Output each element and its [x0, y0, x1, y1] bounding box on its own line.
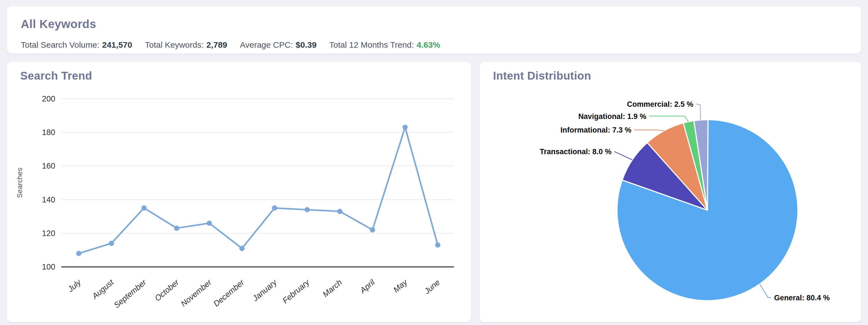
pie-label-informational: Informational: 7.3 % — [560, 126, 631, 134]
pie-leader-commercial — [696, 104, 701, 120]
data-point-november[interactable] — [207, 220, 212, 226]
stat-label: Total 12 Months Trend: — [329, 40, 414, 50]
data-point-october[interactable] — [174, 226, 179, 231]
y-axis-title: Searches — [16, 168, 24, 198]
data-point-january[interactable] — [272, 205, 277, 211]
stat-12-months-trend: Total 12 Months Trend: 4.63% — [329, 40, 440, 50]
stat-average-cpc: Average CPC: $0.39 — [240, 40, 316, 50]
data-point-march[interactable] — [337, 209, 343, 214]
x-tick-label: September — [112, 277, 148, 310]
data-point-february[interactable] — [305, 207, 310, 212]
search-trend-card: Search Trend 100120140160180200SearchesJ… — [7, 62, 471, 322]
x-tick-label: December — [212, 277, 246, 308]
y-tick-label: 140 — [42, 195, 55, 204]
data-point-september[interactable] — [141, 205, 147, 211]
stat-total-keywords: Total Keywords: 2,789 — [145, 40, 227, 50]
stat-value: $0.39 — [296, 40, 316, 50]
data-point-may[interactable] — [402, 124, 408, 130]
data-point-july[interactable] — [76, 251, 82, 256]
x-tick-label: February — [281, 277, 311, 305]
y-tick-label: 180 — [42, 128, 55, 137]
page-title: All Keywords — [21, 18, 96, 31]
intent-pie-chart[interactable]: General: 80.4 %Transactional: 8.0 %Infor… — [480, 62, 861, 322]
trend-line — [79, 127, 438, 254]
intent-distribution-card: Intent Distribution General: 80.4 %Trans… — [479, 62, 861, 322]
x-tick-label: August — [90, 277, 116, 301]
pie-leader-general — [760, 284, 771, 298]
pie-label-general: General: 80.4 % — [774, 294, 830, 302]
x-tick-label: January — [251, 277, 279, 303]
x-tick-label: July — [66, 277, 83, 294]
y-tick-label: 200 — [42, 94, 55, 103]
x-tick-label: March — [321, 277, 344, 299]
stat-trend-value: 4.63% — [416, 40, 440, 50]
x-tick-label: May — [392, 277, 409, 294]
stat-label: Total Keywords: — [145, 40, 204, 50]
stat-label: Total Search Volume: — [21, 40, 99, 50]
pie-leader-informational — [634, 130, 664, 130]
x-tick-label: April — [358, 277, 377, 295]
data-point-december[interactable] — [239, 246, 244, 251]
data-point-june[interactable] — [435, 242, 440, 248]
data-point-april[interactable] — [370, 227, 375, 232]
y-tick-label: 120 — [42, 229, 55, 238]
pie-leader-transactional — [614, 151, 632, 160]
pie-leader-navigational — [649, 116, 688, 122]
y-tick-label: 100 — [42, 262, 55, 271]
stat-total-search-volume: Total Search Volume: 241,570 — [21, 40, 132, 50]
search-trend-line-chart[interactable]: 100120140160180200SearchesJulyAugustSept… — [7, 62, 471, 322]
y-tick-label: 160 — [42, 161, 55, 170]
pie-label-transactional: Transactional: 8.0 % — [539, 148, 611, 156]
pie-label-navigational: Navigational: 1.9 % — [579, 112, 647, 121]
stat-label: Average CPC: — [240, 40, 293, 50]
stat-value: 2,789 — [207, 40, 227, 50]
x-tick-label: October — [153, 277, 181, 303]
summary-stats: Total Search Volume: 241,570 Total Keywo… — [21, 40, 440, 50]
pie-label-commercial: Commercial: 2.5 % — [627, 100, 693, 109]
x-tick-label: June — [422, 277, 441, 296]
stat-value: 241,570 — [102, 40, 132, 50]
x-tick-label: November — [179, 277, 213, 308]
data-point-august[interactable] — [109, 241, 114, 246]
summary-card: All Keywords Total Search Volume: 241,57… — [7, 6, 861, 54]
